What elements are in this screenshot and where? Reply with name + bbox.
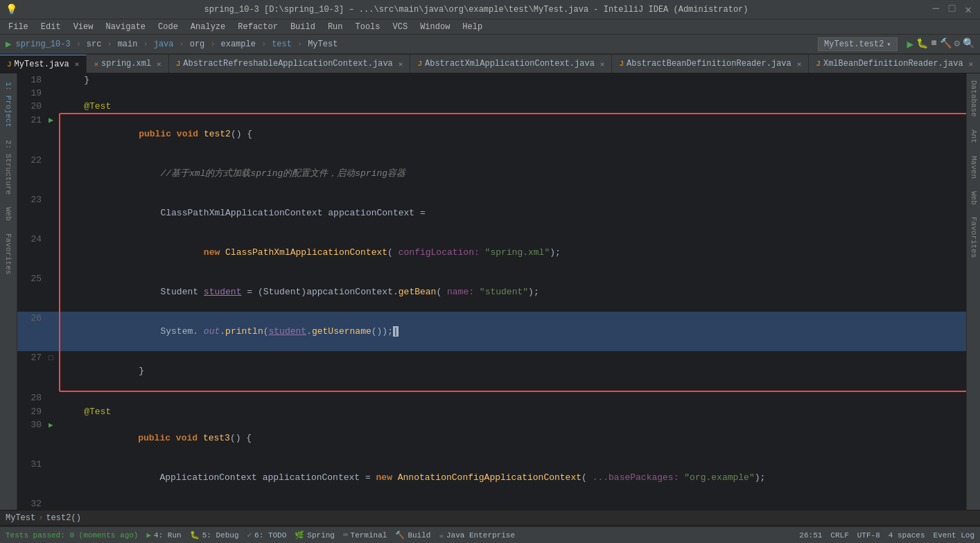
tab-close-spring-xml[interactable]: ✕ — [157, 60, 161, 69]
build-tool[interactable]: 🔨 Build — [395, 531, 430, 540]
enterprise-label: Java Enterprise — [446, 531, 515, 540]
line-num-31: 31 — [17, 458, 49, 497]
minimize-btn[interactable]: ─ — [932, 3, 939, 17]
line-18: 18 } — [17, 73, 966, 87]
tab-mytest[interactable]: J MyTest.java ✕ — [0, 55, 87, 73]
right-panel-ant[interactable]: Ant — [968, 124, 979, 149]
fold-gutter-27[interactable]: □ — [49, 354, 53, 362]
right-panel-maven[interactable]: Maven — [968, 150, 979, 184]
settings-button[interactable]: ⚙ — [954, 37, 960, 51]
run-config[interactable]: MyTest.test2 ▾ — [818, 37, 897, 51]
menu-analyze[interactable]: Analyze — [185, 21, 231, 33]
terminal-tool[interactable]: ⌨ Terminal — [343, 531, 387, 540]
breadcrumb-test[interactable]: test — [272, 39, 292, 49]
tab-abstract-refreshable[interactable]: J AbstractRefreshableApplicationContext.… — [169, 55, 411, 73]
line-num-18: 18 — [17, 73, 49, 87]
menu-run[interactable]: Run — [322, 21, 349, 33]
gutter-30[interactable]: ▶ — [49, 418, 60, 458]
run-icon: ▶ — [146, 531, 151, 540]
gutter-20 — [49, 100, 60, 114]
gutter-21[interactable]: ▶ — [49, 114, 60, 154]
line-num-20: 20 — [17, 100, 49, 114]
gutter-19 — [49, 87, 60, 100]
line-32: 32 UserClass userClass = (UserClass)appl… — [17, 497, 966, 510]
build-label: Build — [408, 531, 430, 540]
tab-close-abstract-xml[interactable]: ✕ — [600, 60, 605, 69]
line-separator[interactable]: CRLF — [830, 531, 848, 540]
menu-refactor[interactable]: Refactor — [232, 21, 283, 33]
menu-vcs[interactable]: VCS — [387, 21, 414, 33]
tab-abstract-xml[interactable]: J AbstractXmlApplicationContext.java ✕ — [410, 55, 612, 73]
run-gutter-21[interactable]: ▶ — [49, 116, 53, 125]
line-26: 26 System. out.println(student.getUserna… — [17, 312, 966, 351]
code-29: @Test — [60, 405, 966, 418]
search-button[interactable]: 🔍 — [963, 37, 974, 51]
sidebar-project[interactable]: 1: Project — [3, 76, 14, 133]
tabbar: J MyTest.java ✕ ✕ spring.xml ✕ J Abstrac… — [0, 54, 980, 73]
enterprise-tool[interactable]: ☕ Java Enterprise — [439, 531, 515, 540]
tab-close-abstract-refreshable[interactable]: ✕ — [399, 60, 403, 69]
code-30: public void test3() { — [60, 418, 966, 458]
menu-edit[interactable]: Edit — [35, 21, 67, 33]
breadcrumb-java[interactable]: java — [154, 39, 174, 49]
tab-icon-mytest: J — [7, 60, 12, 69]
menu-window[interactable]: Window — [414, 21, 455, 33]
menu-file[interactable]: File — [3, 21, 34, 33]
tab-abstract-bean[interactable]: J AbstractBeanDefinitionReader.java ✕ — [612, 55, 809, 73]
tab-close-mytest[interactable]: ✕ — [75, 60, 80, 69]
line-num-24: 24 — [17, 233, 49, 272]
build-icon: 🔨 — [395, 531, 405, 540]
tab-close-xml-bean[interactable]: ✕ — [969, 60, 974, 69]
indent[interactable]: 4 spaces — [889, 531, 925, 540]
stop-button[interactable]: ■ — [931, 37, 936, 51]
debug-button[interactable]: 🐛 — [916, 37, 928, 51]
right-panel-favorites[interactable]: Favorites — [968, 211, 979, 263]
build-button[interactable]: 🔨 — [940, 37, 952, 51]
editor[interactable]: 18 } 19 20 @Test 21 ▶ — [17, 73, 966, 510]
tab-label-spring-xml: spring.xml — [101, 59, 151, 69]
sidebar-favorites[interactable]: Favorites — [3, 228, 14, 280]
close-btn[interactable]: ✕ — [965, 3, 972, 17]
code-table: 18 } 19 20 @Test 21 ▶ — [17, 73, 966, 510]
encoding[interactable]: UTF-8 — [857, 531, 880, 540]
todo-tool[interactable]: ✓ 6: TODO — [247, 531, 286, 540]
breadcrumb-src[interactable]: src — [87, 39, 102, 49]
menu-view[interactable]: View — [68, 21, 99, 33]
line-24: 24 new ClassPathXmlApplicationContext( c… — [17, 233, 966, 272]
tab-close-abstract-bean[interactable]: ✕ — [797, 60, 802, 69]
breadcrumb-main[interactable]: main — [118, 39, 138, 49]
line-28: 28 — [17, 391, 966, 405]
spring-icon: 🌿 — [295, 531, 304, 540]
debug-tool[interactable]: 🐛 5: Debug — [190, 531, 239, 540]
sidebar-web[interactable]: Web — [3, 202, 14, 226]
line-num-25: 25 — [17, 272, 49, 312]
terminal-icon: ⌨ — [343, 531, 348, 540]
right-panel-database[interactable]: Database — [968, 75, 979, 123]
breadcrumb-file[interactable]: MyTest — [308, 39, 338, 49]
breadcrumb-project[interactable]: spring_10-3 — [15, 39, 70, 49]
code-22: //基于xml的方式加载spring的配置文件，启动spring容器 — [60, 154, 966, 193]
menu-help[interactable]: Help — [457, 21, 488, 33]
breadcrumb-org[interactable]: org — [190, 39, 205, 49]
menu-build[interactable]: Build — [285, 21, 321, 33]
run-button[interactable]: ▶ — [907, 37, 914, 51]
menu-tools[interactable]: Tools — [350, 21, 386, 33]
menu-navigate[interactable]: Navigate — [100, 21, 151, 33]
right-panel-web[interactable]: Web — [968, 186, 979, 211]
maximize-btn[interactable]: □ — [949, 3, 956, 17]
tab-icon-xml-bean: J — [816, 60, 821, 68]
line-25: 25 Student student = (Student)appcationC… — [17, 272, 966, 312]
tab-spring-xml[interactable]: ✕ spring.xml ✕ — [87, 55, 168, 73]
spring-tool[interactable]: 🌿 Spring — [295, 531, 335, 540]
tab-xml-bean[interactable]: J XmlBeanDefinitionReader.java ✕ — [809, 55, 980, 73]
tests-passed: Tests passed: 0 (moments ago) — [6, 531, 138, 540]
breadcrumb-example[interactable]: example — [221, 39, 256, 49]
sidebar-structure[interactable]: 2: Structure — [3, 134, 14, 200]
bottom-sep: › — [38, 513, 43, 523]
event-log[interactable]: Event Log — [934, 531, 974, 540]
titlebar: 💡 spring_10-3 [D:\spring_10-3] – ...\src… — [0, 0, 980, 19]
menu-code[interactable]: Code — [152, 21, 184, 33]
debug-gutter-30[interactable]: ▶ — [49, 421, 53, 429]
line-20: 20 @Test — [17, 100, 966, 114]
run-tool[interactable]: ▶ 4: Run — [146, 531, 181, 540]
